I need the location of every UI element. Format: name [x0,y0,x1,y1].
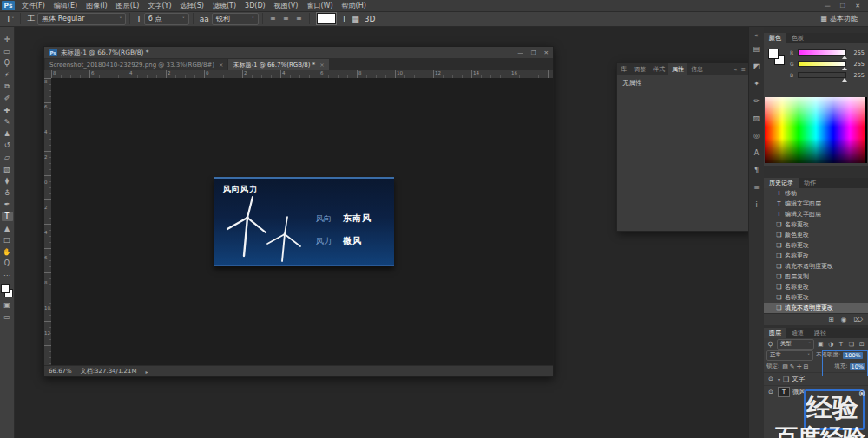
panel-tab[interactable]: 样式 [649,63,668,75]
font-size-dropdown[interactable]: 6 点 ˅ [144,13,189,25]
type-tool[interactable]: T [2,212,13,221]
history-state[interactable]: ❏ 名称更改 [764,282,868,292]
history-state[interactable]: ✛ 移动 [764,188,868,199]
collapsed-panel-icon[interactable]: ▨ [752,114,762,123]
panel-tab[interactable]: 动作 [799,178,821,188]
foreground-color-swatch[interactable] [768,49,779,59]
window-control-icon[interactable]: — [825,3,831,10]
document-window-control-icon[interactable]: ❐ [531,49,536,56]
eyedropper-tool[interactable]: ✐ [2,94,13,103]
lock-option-icon[interactable]: ⊞ [804,363,809,370]
slider-thumb[interactable] [842,67,847,70]
menu-item[interactable]: 图层(L) [112,1,144,10]
history-state[interactable]: ❏ 名称更改 [764,292,868,303]
lasso-tool[interactable]: Ϙ [2,58,13,68]
layer-filter-type-icon[interactable]: T [838,341,845,348]
text-orientation-icon[interactable]: 工 [24,13,37,24]
eraser-tool[interactable]: ▱ [2,153,13,162]
expand-panels-icon[interactable]: « [754,32,758,39]
history-source-checkbox[interactable] [764,303,773,313]
panel-tab[interactable]: 通道 [786,328,809,338]
history-state[interactable]: ❏ 填充不透明度更改 [764,261,868,271]
marquee-tool[interactable]: ▭ [2,47,13,56]
history-state[interactable]: ❏ 颜色更改 [764,230,868,240]
document-size-info[interactable]: 文档:327.34/1.21M [81,367,137,376]
gradient-tool[interactable]: ▧ [2,165,13,174]
panel-tab[interactable]: 图层 [764,328,786,338]
canvas-pasteboard[interactable]: 风向风力 [51,78,553,366]
color-slider-track[interactable] [798,49,846,56]
panel-menu-icon[interactable]: ≡ [741,66,746,73]
history-brush-tool[interactable]: ↺ [2,141,13,150]
document-tab[interactable]: Screenshot_20180410-232929.png @ 33.3%(R… [45,59,227,70]
slider-thumb[interactable] [842,56,847,59]
brush-tool[interactable]: ✎ [2,117,13,127]
blur-tool[interactable]: ⧫ [2,176,13,186]
edit-toolbar-button[interactable]: ⋯ [2,271,13,280]
history-source-checkbox[interactable] [764,292,773,303]
color-spectrum-picker[interactable] [765,97,867,163]
menu-item[interactable]: 文字(Y) [143,1,175,10]
collapsed-panel-icon[interactable]: ◎ [752,131,762,141]
history-source-checkbox[interactable] [764,240,773,251]
history-state[interactable]: ❏ 名称更改 [764,240,868,251]
history-state[interactable]: T 编辑文字图层 [764,209,868,219]
history-state[interactable]: ❏ 名称更改 [764,251,868,261]
document-tab[interactable]: 未标题-1 @ 66.7%(RGB/8) * × [228,59,328,70]
history-source-checkbox[interactable] [764,251,773,261]
channel-value[interactable]: 255 [854,49,865,56]
layer-filter-type-icon[interactable]: ◑ [827,341,835,348]
3d-button[interactable]: 3D [362,15,378,23]
path-selection-tool[interactable]: ▲ [2,224,13,233]
menu-item[interactable]: 滤镜(T) [208,1,240,10]
antialias-dropdown[interactable]: 锐利 ˅ [212,13,259,25]
window-control-icon[interactable]: ❐ [840,3,845,10]
zoom-level-field[interactable]: 66.67% [49,368,72,375]
align-center-icon[interactable]: ≡ [281,15,291,23]
zoom-tool[interactable]: Q [2,258,13,268]
panel-tab[interactable]: 色板 [786,33,809,43]
history-state[interactable]: ❏ 填充不透明度更改 [764,303,868,313]
tab-close-icon[interactable]: × [319,62,324,69]
panel-tab[interactable]: 信息 [687,63,707,75]
color-panel-swatches[interactable] [768,49,785,65]
collapsed-panel-icon[interactable]: ≡ [752,183,762,193]
lock-option-icon[interactable]: ✎ [790,363,795,370]
screen-mode-button[interactable]: ▭ [2,312,13,322]
menu-item[interactable]: 编辑(E) [49,1,82,10]
color-slider-track[interactable] [798,61,846,67]
collapsed-panel-icon[interactable]: A [752,148,762,158]
new-snapshot-icon[interactable]: ◉ [841,316,847,324]
tab-close-icon[interactable]: × [219,62,223,69]
history-source-checkbox[interactable] [764,230,773,240]
status-expand-icon[interactable]: ▸ [146,369,148,375]
collapsed-panel-icon[interactable]: ✦ [752,79,762,88]
visibility-eye-icon[interactable]: ⊙ [766,389,775,396]
color-slider-track[interactable] [798,72,846,78]
tool-preset-picker[interactable]: T ˅ [3,15,16,23]
foreground-color-swatch[interactable] [1,284,10,293]
collapse-panel-icon[interactable]: « [734,66,738,73]
blend-mode-dropdown[interactable]: 正常 ˅ [766,350,813,361]
menu-item[interactable]: 选择(S) [176,1,208,10]
font-family-dropdown[interactable]: 黑体 Regular ˅ [37,13,126,25]
text-color-swatch[interactable] [317,13,336,24]
shape-tool[interactable]: □ [2,235,13,245]
layer-filter-dropdown[interactable]: 类型 ˅ [777,339,814,350]
panel-tab[interactable]: 历史记录 [764,178,799,188]
menu-item[interactable]: 视图(V) [270,1,303,10]
clone-stamp-tool[interactable]: ♟ [2,129,13,139]
collapsed-panel-icon[interactable]: ¶ [752,166,762,175]
history-state[interactable]: ❏ 名称更改 [764,219,868,230]
history-state[interactable]: ❏ 图层复制 [764,271,868,282]
history-state[interactable]: T 编辑文字图层 [764,199,868,209]
menu-item[interactable]: 窗口(W) [302,1,337,10]
move-tool[interactable]: ✛ [2,35,13,44]
history-source-checkbox[interactable] [764,261,773,271]
lock-option-icon[interactable]: ✛ [797,363,802,370]
layer-name[interactable]: 文字 [792,375,805,383]
layer-filter-type-icon[interactable]: ❏ [847,341,855,348]
collapsed-panel-icon[interactable]: ▤ [752,44,762,54]
layer-filter-type-icon[interactable]: ⊡ [858,341,865,348]
chevron-down-icon[interactable]: ▾ [778,376,780,382]
